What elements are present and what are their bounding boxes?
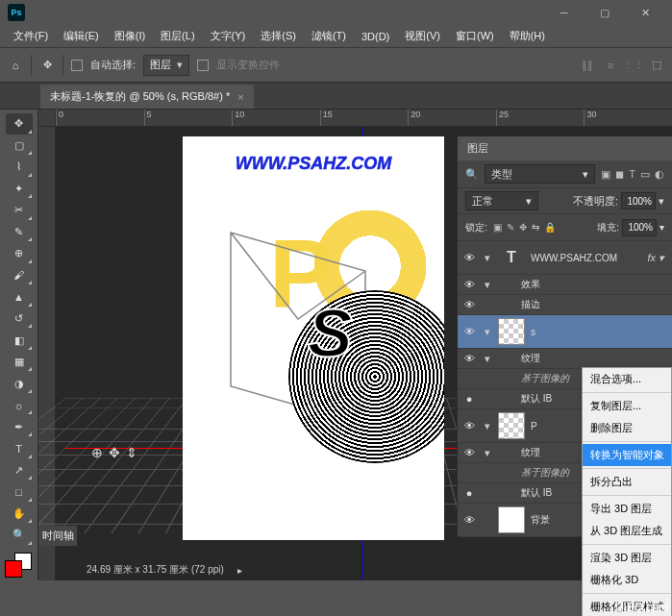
expand-icon[interactable]: ▾: [483, 326, 492, 338]
pen-tool[interactable]: ✒: [6, 416, 33, 437]
filter-type-icon[interactable]: T: [629, 168, 635, 181]
context-menu-item[interactable]: 从 3D 图层生成: [583, 520, 671, 542]
context-menu-item[interactable]: 导出 3D 图层: [583, 498, 671, 520]
align-icon-2[interactable]: ≡: [603, 58, 618, 73]
lock-icon[interactable]: 🔒: [544, 222, 556, 233]
lock-icon[interactable]: ✥: [519, 222, 527, 233]
menu-窗口[interactable]: 窗口(W): [450, 26, 500, 46]
layers-panel-tab[interactable]: 图层: [458, 136, 672, 160]
blur-tool[interactable]: ◑: [6, 373, 33, 394]
3d-axis-icon[interactable]: ⊕: [91, 445, 103, 460]
ruler-origin[interactable]: [38, 110, 56, 127]
expand-icon[interactable]: ▾: [483, 279, 492, 291]
mode-3d-icon[interactable]: ⬚: [649, 58, 664, 73]
3d-axis-widgets[interactable]: ⊕✥⇕: [91, 445, 137, 460]
document-canvas[interactable]: WWW.PSAHZ.COM P S: [183, 136, 444, 540]
lock-icon[interactable]: ▣: [493, 222, 502, 233]
layer-row[interactable]: 👁▾s: [458, 315, 672, 349]
menu-选择[interactable]: 选择(S): [255, 26, 302, 46]
context-menu-item[interactable]: 混合选项...: [583, 368, 671, 390]
visibility-icon[interactable]: ●: [461, 393, 477, 405]
crop-tool[interactable]: ✂: [6, 200, 33, 221]
expand-icon[interactable]: ▾: [483, 353, 492, 365]
context-menu-item[interactable]: 复制图层...: [583, 395, 671, 417]
fill-input[interactable]: [622, 219, 657, 236]
lasso-tool[interactable]: ⌇: [6, 157, 33, 178]
menu-文件[interactable]: 文件(F): [8, 26, 54, 46]
rect-tool[interactable]: □: [6, 481, 33, 503]
brush-tool[interactable]: 🖌: [6, 265, 33, 286]
tab-close-icon[interactable]: ×: [237, 91, 243, 103]
path-tool[interactable]: ↗: [6, 460, 33, 481]
status-caret-icon[interactable]: ▸: [237, 565, 242, 576]
close-button[interactable]: ✕: [626, 3, 664, 22]
blend-mode-dropdown[interactable]: 正常▾: [465, 191, 538, 210]
type-tool[interactable]: T: [6, 438, 33, 459]
visibility-icon[interactable]: 👁: [461, 252, 477, 263]
menu-帮助[interactable]: 帮助(H): [504, 26, 551, 46]
visibility-icon[interactable]: 👁: [461, 326, 477, 337]
context-menu-item[interactable]: 转换为智能对象: [583, 444, 671, 466]
move-tool[interactable]: ✥: [6, 113, 33, 135]
menu-3d[interactable]: 3D(D): [356, 28, 395, 45]
menu-滤镜[interactable]: 滤镜(T): [306, 26, 352, 46]
layer-row[interactable]: 👁▾TWWW.PSAHZ.COMfx ▾: [458, 241, 672, 275]
move-icon[interactable]: ✥: [39, 58, 55, 73]
filter-type-icon[interactable]: ▭: [640, 168, 650, 181]
eraser-tool[interactable]: ◧: [6, 330, 33, 351]
document-tab[interactable]: 未标题-1-恢复的 @ 50% (s, RGB/8#) * ×: [40, 84, 254, 109]
dist-icon[interactable]: ⋮⋮: [626, 58, 641, 73]
filter-type-dropdown[interactable]: 类型▾: [485, 164, 595, 184]
foreground-color-swatch[interactable]: [5, 560, 22, 578]
filter-type-icon[interactable]: ▣: [601, 168, 610, 181]
filter-type-icon[interactable]: ◼: [615, 168, 624, 181]
visibility-icon[interactable]: 👁: [461, 420, 477, 431]
expand-icon[interactable]: ▾: [483, 252, 492, 264]
context-menu-item[interactable]: 删除图层: [583, 417, 671, 439]
heal-tool[interactable]: ⊕: [6, 243, 33, 264]
lock-icon[interactable]: ⇆: [532, 222, 539, 233]
visibility-icon[interactable]: 👁: [461, 353, 477, 364]
timeline-panel-tab[interactable]: 时间轴: [38, 526, 77, 546]
menu-文字[interactable]: 文字(Y): [205, 26, 252, 46]
gradient-tool[interactable]: ▦: [6, 352, 33, 373]
menu-视图[interactable]: 视图(V): [399, 26, 446, 46]
context-menu-item[interactable]: 拆分凸出: [583, 471, 671, 493]
visibility-icon[interactable]: 👁: [461, 279, 477, 290]
context-menu-item[interactable]: 栅格化 3D: [583, 569, 671, 591]
opacity-input[interactable]: [621, 192, 656, 209]
hand-tool[interactable]: ✋: [6, 504, 33, 525]
filter-type-icon[interactable]: ◐: [655, 168, 664, 181]
menu-图层[interactable]: 图层(L): [155, 26, 200, 46]
fx-badge[interactable]: fx ▾: [647, 252, 668, 264]
context-menu-item[interactable]: 渲染 3D 图层: [583, 547, 671, 569]
dodge-tool[interactable]: ☼: [6, 395, 33, 416]
layer-row[interactable]: 👁描边: [458, 295, 672, 315]
expand-icon[interactable]: ▾: [483, 447, 492, 459]
3d-axis-icon[interactable]: ✥: [109, 445, 120, 460]
visibility-icon[interactable]: 👁: [461, 514, 477, 526]
visibility-icon[interactable]: ●: [461, 487, 477, 499]
auto-select-checkbox[interactable]: [71, 60, 83, 71]
layer-row[interactable]: 👁▾效果: [458, 275, 672, 295]
home-icon[interactable]: ⌂: [8, 58, 23, 73]
artboard-tool[interactable]: ▢: [6, 136, 33, 157]
transform-checkbox[interactable]: [197, 60, 209, 71]
maximize-button[interactable]: ▢: [585, 3, 624, 22]
auto-select-dropdown[interactable]: 图层: [143, 55, 189, 76]
visibility-icon[interactable]: 👁: [461, 299, 477, 310]
expand-icon[interactable]: ▾: [483, 420, 492, 432]
lock-icon[interactable]: ✎: [507, 222, 514, 233]
menu-编辑[interactable]: 编辑(E): [58, 26, 105, 46]
layer-row[interactable]: 👁▾纹理: [458, 349, 672, 369]
ruler-horizontal[interactable]: 051015202530: [56, 110, 672, 127]
search-icon[interactable]: 🔍: [465, 168, 479, 181]
visibility-icon[interactable]: 👁: [461, 447, 477, 458]
zoom-tool[interactable]: 🔍: [6, 525, 33, 546]
3d-axis-icon[interactable]: ⇕: [126, 445, 137, 460]
align-icon[interactable]: ‖‖: [580, 58, 595, 73]
eyedrop-tool[interactable]: ✎: [6, 222, 33, 243]
history-tool[interactable]: ↺: [6, 308, 33, 330]
wand-tool[interactable]: ✦: [6, 179, 33, 200]
stamp-tool[interactable]: ▲: [6, 286, 33, 308]
